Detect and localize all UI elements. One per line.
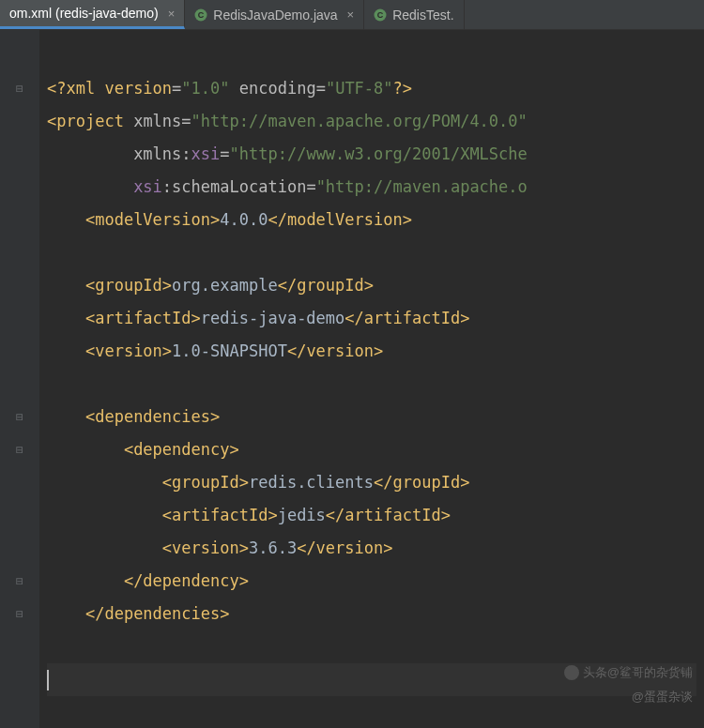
dependency-close: </dependency> xyxy=(124,571,249,590)
class-icon: C xyxy=(374,8,387,22)
xsi-ns: xsi xyxy=(133,177,162,196)
xml-version: "1.0" xyxy=(181,79,229,98)
dependency-open: <dependency> xyxy=(124,440,239,459)
fold-close-icon[interactable]: ⊟ xyxy=(0,598,39,630)
dep-artifactid-close: </artifactId> xyxy=(326,506,451,524)
dep-groupid-text: redis.clients xyxy=(249,473,374,492)
artifactid-close: </artifactId> xyxy=(344,309,469,327)
groupid-open: <groupId> xyxy=(85,276,172,295)
dep-version-open: <version> xyxy=(162,538,249,557)
dep-groupid-close: </groupId> xyxy=(374,473,469,492)
dependencies-open: <dependencies> xyxy=(85,407,220,426)
svg-text:C: C xyxy=(377,10,384,20)
xsi-ns: xsi xyxy=(191,144,221,163)
fold-toggle-icon[interactable]: ⊟ xyxy=(0,72,39,105)
watermark-text: @蛋蛋杂谈 xyxy=(632,689,693,705)
dep-artifactid-text: jedis xyxy=(278,506,326,524)
modelversion-close: </modelVersion> xyxy=(268,210,412,229)
gutter[interactable]: ⊟ ⊟ ⊟ ⊟ ⊟ xyxy=(0,30,39,728)
watermark-text: 头条@鲨哥的杂货铺 xyxy=(564,664,693,681)
svg-text:C: C xyxy=(198,10,205,20)
encoding-val: "UTF-8" xyxy=(326,79,393,98)
dep-version-close: </version> xyxy=(297,538,392,557)
project-tag: <project xyxy=(47,112,124,130)
fold-marker xyxy=(0,39,39,72)
version-close: </version> xyxy=(287,341,383,360)
text-caret xyxy=(47,670,49,690)
close-icon[interactable]: × xyxy=(168,7,176,21)
tab-label: RedisTest. xyxy=(392,8,453,23)
encoding-attr: encoding xyxy=(239,79,316,98)
dependencies-close: </dependencies> xyxy=(85,604,230,623)
fold-close-icon[interactable]: ⊟ xyxy=(0,565,39,598)
xmlns-xsi-val: "http://www.w3.org/2001/XMLSche xyxy=(230,144,528,163)
dep-artifactid-open: <artifactId> xyxy=(162,506,278,524)
groupid-close: </groupId> xyxy=(278,276,374,295)
dep-groupid-open: <groupId> xyxy=(162,473,249,492)
editor-tabs: om.xml (redis-java-demo) × C RedisJavaDe… xyxy=(0,0,704,30)
tab-label: RedisJavaDemo.java xyxy=(213,8,337,23)
version-text: 1.0-SNAPSHOT xyxy=(172,341,287,360)
xmlns-xsi-prefix: xmlns: xyxy=(133,144,191,163)
tab-label: om.xml (redis-java-demo) xyxy=(9,6,159,21)
modelversion-text: 4.0.0 xyxy=(220,210,268,229)
artifactid-text: redis-java-demo xyxy=(201,309,345,327)
dep-version-text: 3.6.3 xyxy=(249,538,297,557)
tab-pom-xml[interactable]: om.xml (redis-java-demo) × xyxy=(0,0,185,29)
code-area[interactable]: <?xml version="1.0" encoding="UTF-8"?> <… xyxy=(39,30,704,728)
tab-redistest[interactable]: C RedisTest. xyxy=(364,0,464,29)
class-icon: C xyxy=(194,8,207,22)
wechat-icon xyxy=(564,665,579,680)
xml-pi-close: ?> xyxy=(393,79,412,98)
artifactid-open: <artifactId> xyxy=(85,309,201,327)
tab-redisjavademo[interactable]: C RedisJavaDemo.java × xyxy=(185,0,364,29)
fold-toggle-icon[interactable]: ⊟ xyxy=(0,433,39,466)
xml-pi-name: xml version xyxy=(66,79,172,98)
schemaloc-attr: :schemaLocation xyxy=(162,177,307,196)
fold-toggle-icon[interactable]: ⊟ xyxy=(0,401,39,433)
schemaloc-val: "http://maven.apache.o xyxy=(316,177,528,196)
version-open: <version> xyxy=(85,341,172,360)
xmlns-val: "http://maven.apache.org/POM/4.0.0" xyxy=(191,112,528,130)
editor-area: ⊟ ⊟ ⊟ ⊟ ⊟ <?xml version="1.0" encoding="… xyxy=(0,30,704,728)
groupid-text: org.example xyxy=(172,276,278,295)
xmlns-attr: xmlns xyxy=(133,112,181,130)
modelversion-open: <modelVersion> xyxy=(85,210,220,229)
xml-pi-open: <? xyxy=(47,79,66,98)
close-icon[interactable]: × xyxy=(347,8,355,22)
